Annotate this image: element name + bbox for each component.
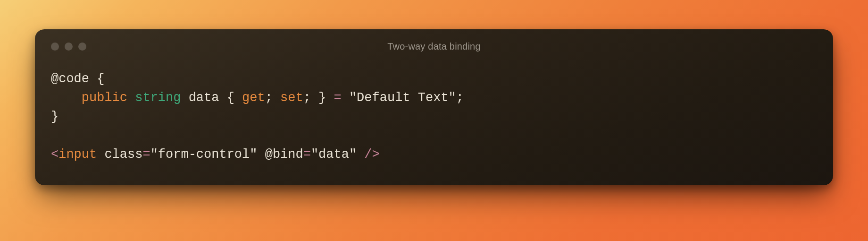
code-space: [234, 91, 242, 105]
code-punc: }: [318, 91, 326, 105]
code-accessor: get: [242, 91, 265, 105]
traffic-close-icon[interactable]: [51, 43, 59, 51]
code-attr-value: "data": [311, 147, 357, 162]
code-space: [326, 91, 334, 105]
code-punc: {: [227, 91, 234, 105]
code-attr-value: "form-control": [150, 147, 258, 162]
code-attr-eq: =: [303, 147, 311, 162]
code-accessor: set: [280, 91, 303, 105]
code-space: [311, 91, 318, 105]
code-punc: ;: [303, 91, 311, 105]
code-text: @code: [51, 72, 89, 86]
code-angle: <: [51, 147, 58, 162]
code-space: [97, 147, 104, 162]
code-space: [342, 91, 349, 105]
code-tag: input: [58, 147, 97, 162]
code-operator: =: [334, 91, 342, 105]
code-attr-name: class: [104, 147, 142, 162]
code-attr-name: @bind: [265, 147, 303, 162]
code-space: [257, 147, 265, 162]
code-space: [181, 91, 188, 105]
code-angle: />: [364, 147, 379, 162]
code-punc: ;: [456, 91, 464, 105]
code-punc: ;: [265, 91, 273, 105]
traffic-zoom-icon[interactable]: [78, 43, 86, 51]
code-window: Two-way data binding @code { public stri…: [35, 29, 833, 185]
code-string: "Default Text": [349, 91, 456, 105]
code-space: [219, 91, 226, 105]
window-title: Two-way data binding: [51, 41, 817, 52]
code-indent: [51, 91, 82, 105]
code-text: {: [89, 72, 104, 86]
code-space: [127, 91, 135, 105]
code-attr-eq: =: [142, 147, 150, 162]
code-space: [357, 147, 364, 162]
code-keyword: public: [82, 91, 127, 105]
window-traffic-lights: [51, 43, 86, 51]
code-punc: }: [51, 110, 58, 124]
code-space: [273, 91, 280, 105]
traffic-minimize-icon[interactable]: [65, 43, 73, 51]
window-titlebar: Two-way data binding: [51, 41, 817, 52]
code-block: @code { public string data { get; set; }…: [51, 70, 817, 164]
code-type: string: [135, 91, 181, 105]
code-identifier: data: [189, 91, 219, 105]
